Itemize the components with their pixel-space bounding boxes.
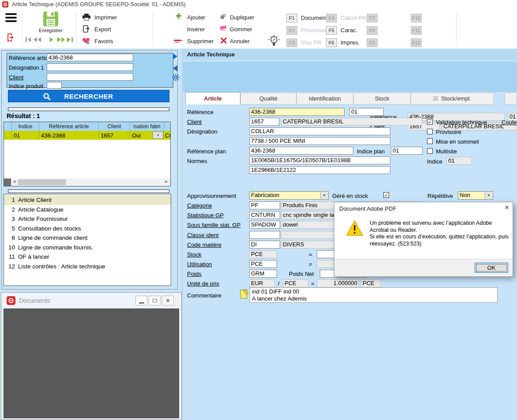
- export-button[interactable]: Export: [94, 26, 111, 33]
- nav-last-icon[interactable]: [67, 37, 73, 45]
- splitter-handle[interactable]: [8, 190, 169, 193]
- form-poids-unit-field[interactable]: GRM: [249, 270, 277, 278]
- delete-icon[interactable]: [174, 38, 183, 46]
- menu-icon[interactable]: [5, 13, 17, 24]
- form-sous-famille-label[interactable]: Sous famille stat. GP: [187, 222, 240, 228]
- validation-technique-checkbox[interactable]: ✓: [427, 119, 433, 125]
- fkey-f5-label[interactable]: Carac.: [341, 27, 357, 33]
- tab-article[interactable]: Article: [185, 92, 240, 104]
- gear-icon[interactable]: [172, 74, 180, 83]
- printer-icon[interactable]: [82, 14, 91, 22]
- tab-stock[interactable]: Stock: [353, 93, 411, 104]
- panel-divider[interactable]: [182, 49, 183, 420]
- form-designation2-field[interactable]: 7738 / 500 PCE MINI: [249, 137, 390, 145]
- minimize-button[interactable]: [135, 296, 147, 305]
- multisite-checkbox[interactable]: [427, 148, 433, 154]
- save-icon[interactable]: [43, 11, 59, 27]
- form-code-matiere-code-field[interactable]: DI: [249, 241, 280, 249]
- duplicate-icon[interactable]: [220, 13, 227, 22]
- fkey-f6-label[interactable]: Impres.: [341, 39, 360, 46]
- eraser-icon[interactable]: [219, 25, 227, 33]
- form-statistique-code-field[interactable]: CNTURN: [249, 211, 280, 219]
- duplicate-button[interactable]: Dupliquer: [230, 14, 255, 21]
- form-appro-dropdown[interactable]: Fabrication ▼: [249, 191, 329, 200]
- scrollbar-thumb[interactable]: [18, 179, 66, 185]
- form-client-code-field[interactable]: 1657: [249, 118, 279, 126]
- form-normes2-field[interactable]: 1E2966B/1E2122: [249, 166, 390, 174]
- form-reference-indice-field[interactable]: 01: [349, 108, 384, 116]
- autorisation-dropdown[interactable]: ▼: [153, 131, 163, 139]
- cancel-icon[interactable]: [220, 37, 227, 46]
- scroll-right-icon[interactable]: >: [165, 179, 167, 184]
- panel-next-icon[interactable]: [173, 53, 177, 59]
- list-item-article-client[interactable]: 1Article Client: [4, 195, 171, 205]
- form-poids-label[interactable]: Poids: [187, 271, 202, 277]
- list-item-ligne-commande-client[interactable]: 6Ligne de commande client: [4, 233, 171, 243]
- note-icon[interactable]: [240, 289, 249, 301]
- form-code-matiere-label[interactable]: Code matière: [187, 242, 221, 248]
- search-client-input[interactable]: [47, 73, 133, 81]
- cancel-button[interactable]: Annuler: [230, 38, 250, 45]
- documents-titlebar[interactable]: Documents ×: [1, 293, 181, 308]
- fkey-f1[interactable]: F1: [286, 14, 297, 22]
- list-item-article-fournisseur[interactable]: 3Article Fournisseur: [4, 214, 171, 224]
- nav-next-icon[interactable]: [49, 37, 53, 45]
- tab-qualite[interactable]: Qualité: [240, 93, 296, 104]
- results-row-selected[interactable]: 01 436-2368 1657 Oui ▼ COL: [4, 131, 170, 140]
- form-categorie-label[interactable]: Catégorie: [187, 202, 212, 209]
- provisoire-checkbox[interactable]: [427, 129, 433, 134]
- form-reference-field[interactable]: 436-2368: [249, 108, 345, 116]
- form-plan-indice-field[interactable]: 01: [391, 147, 423, 155]
- form-classe-label[interactable]: Classe ident: [187, 232, 219, 238]
- form-sous-famille-code-field[interactable]: SPADOW: [249, 221, 280, 229]
- scroll-left-icon[interactable]: <: [13, 179, 16, 184]
- list-item-ligne-commande-fournis[interactable]: 10Ligne de commande fournis.: [4, 243, 171, 253]
- add-icon[interactable]: [174, 12, 183, 23]
- gere-en-stock-checkbox[interactable]: ✓: [383, 192, 389, 198]
- chevron-down-icon[interactable]: ▼: [320, 192, 328, 199]
- splitter-handle[interactable]: [8, 108, 169, 111]
- form-categorie-code-field[interactable]: PF: [249, 201, 280, 209]
- erase-button[interactable]: Gommer: [230, 26, 252, 33]
- form-client-label[interactable]: Client: [187, 119, 202, 125]
- add-button[interactable]: Ajouter: [187, 14, 205, 21]
- delete-button[interactable]: Supprimer: [187, 38, 214, 45]
- list-item-consultation-stocks[interactable]: 5Consultation des stocks: [4, 224, 171, 234]
- mise-en-sommeil-checkbox[interactable]: [427, 138, 433, 144]
- results-header-reference[interactable]: Référence article: [39, 122, 99, 131]
- fkey-f6[interactable]: F6: [326, 38, 337, 47]
- form-utilisation-unit-field[interactable]: PCE: [249, 260, 277, 268]
- chevron-down-icon[interactable]: ▼: [485, 192, 492, 199]
- nav-first-icon[interactable]: [25, 37, 32, 45]
- nav-prev-icon[interactable]: [33, 37, 41, 45]
- insert-button[interactable]: Insérer: [187, 26, 205, 33]
- lightbulb-icon[interactable]: [268, 34, 280, 48]
- tab-stock-empl[interactable]: Stock/empl.: [411, 93, 494, 104]
- search-button[interactable]: RECHERCHER: [8, 90, 169, 102]
- heart-icon[interactable]: [82, 37, 90, 46]
- form-plan-field[interactable]: 436-2368: [249, 147, 353, 155]
- list-item-article-catalogue[interactable]: 2Article Catalogue: [4, 205, 171, 215]
- search-designation-input[interactable]: [47, 63, 133, 71]
- couleur-link[interactable]: Couleur: [502, 119, 517, 126]
- exit-icon[interactable]: [6, 33, 16, 42]
- repetitive-dropdown[interactable]: Non ▼: [458, 191, 493, 200]
- close-button[interactable]: ×: [162, 296, 174, 305]
- form-normes1-field[interactable]: 1E0065B/1E1675G/1E0507B/1E0198B: [249, 156, 390, 164]
- maximize-button[interactable]: [149, 296, 161, 305]
- commentaire-textarea[interactable]: ind 01 DIFF ind 00 A lancer chez Ademis: [250, 287, 498, 303]
- form-statistique-label[interactable]: Statistique GP: [187, 212, 224, 219]
- list-item-of-a-lancer[interactable]: 11OF à lancer: [4, 252, 171, 262]
- form-classe-code-field[interactable]: [249, 231, 280, 239]
- search-indice-input[interactable]: [47, 82, 62, 89]
- print-button[interactable]: Imprimer: [94, 14, 117, 21]
- form-utilisation-label[interactable]: Utilisation: [187, 261, 212, 268]
- list-item-liste-controles[interactable]: 12Liste contrôles : Article technique: [4, 262, 171, 271]
- ok-button[interactable]: OK: [475, 263, 508, 273]
- results-header-client[interactable]: Client: [99, 122, 130, 131]
- form-designation1-field[interactable]: COLLAR: [249, 127, 390, 135]
- form-unite-prix-label[interactable]: Unité de prix: [187, 280, 219, 287]
- form-stock-label[interactable]: Stock: [187, 251, 202, 258]
- dialog-close-icon[interactable]: ×: [502, 203, 511, 212]
- tab-identification[interactable]: Identification: [296, 93, 353, 104]
